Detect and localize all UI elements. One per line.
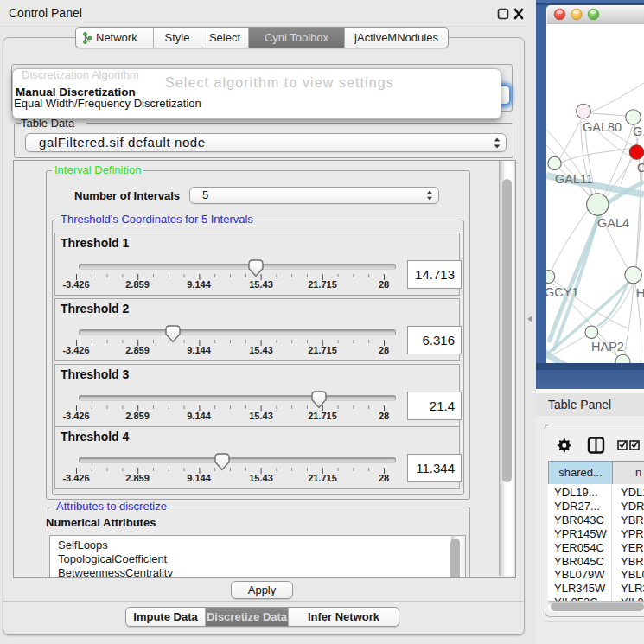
svg-text:GAL80: GAL80 [583, 120, 622, 134]
svg-text:H: H [636, 286, 644, 300]
svg-text:GAL4: GAL4 [597, 216, 629, 230]
svg-text:GCY1: GCY1 [546, 285, 579, 299]
svg-text:G.: G. [633, 124, 644, 138]
svg-text:GAL11: GAL11 [555, 172, 593, 186]
svg-text:C: C [637, 161, 644, 175]
svg-text:HAP2: HAP2 [591, 340, 624, 354]
